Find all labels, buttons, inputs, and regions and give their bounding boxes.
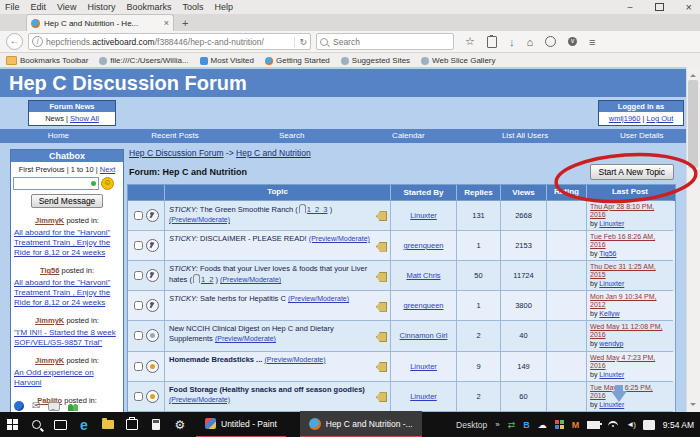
chat-topic-link[interactable]: An Odd experience on Harvoni — [14, 368, 120, 388]
select-topic-checkbox[interactable] — [134, 362, 143, 371]
last-post-user-link[interactable]: Kellyw — [599, 310, 619, 317]
menu-view[interactable]: View — [57, 2, 76, 12]
url-bar[interactable]: hepcfriends.activeboard.com/f388446/hep-… — [28, 33, 311, 50]
pocket-icon[interactable] — [568, 37, 577, 46]
store-button[interactable] — [120, 412, 144, 437]
chatbox-next-link[interactable]: Next — [100, 165, 115, 174]
search-bar[interactable] — [316, 33, 454, 50]
select-topic-checkbox[interactable] — [134, 241, 143, 250]
menu-edit[interactable]: Edit — [31, 2, 47, 12]
scrollbar-thumb[interactable] — [688, 80, 698, 168]
show-all-link[interactable]: Show All — [70, 114, 99, 123]
tray-overflow-icon[interactable]: » — [495, 420, 499, 429]
starter-link[interactable]: Cinnamon Girl — [400, 331, 448, 340]
bookmark-item[interactable]: Suggested Sites — [341, 56, 410, 65]
starter-link[interactable]: Linuxter — [410, 362, 437, 371]
chat-topic-link[interactable]: "I'M IN!! - Started the 8 week SOF/VEL/G… — [14, 328, 120, 348]
site-info-icon[interactable] — [32, 36, 43, 47]
new-tab-button[interactable] — [182, 17, 188, 29]
browser-tab[interactable]: Hep C and Nutrition - He... — [26, 14, 174, 31]
bookmarks-panel-icon[interactable] — [487, 36, 497, 48]
hamburger-menu-icon[interactable] — [589, 36, 595, 48]
last-post-date-link[interactable]: Thu Apr 28 8:10 PM, 2016 — [590, 203, 654, 218]
select-topic-checkbox[interactable] — [134, 271, 143, 280]
start-button[interactable] — [0, 412, 24, 437]
last-post-date-link[interactable]: Mon Jan 9 10:34 PM, 2012 — [590, 293, 657, 308]
last-post-user-link[interactable]: Tig56 — [599, 250, 616, 257]
settings-button[interactable] — [168, 412, 192, 437]
last-post-user-link[interactable]: Linuxter — [599, 280, 624, 287]
select-topic-checkbox[interactable] — [134, 392, 143, 401]
last-post-date-link[interactable]: Thu Dec 31 1:25 AM, 2015 — [590, 263, 656, 278]
file-explorer-button[interactable] — [96, 412, 120, 437]
select-topic-checkbox[interactable] — [134, 331, 143, 340]
taskbar-app-paint[interactable]: Untitled - Paint — [196, 411, 286, 437]
cloud-icon[interactable] — [538, 420, 547, 430]
tab-close-icon[interactable] — [164, 18, 169, 28]
preview-moderate-link[interactable]: (Preview/Moderate) — [220, 276, 281, 283]
last-post-date-link[interactable]: Tue Feb 16 8:26 AM, 2016 — [590, 233, 655, 248]
breadcrumb-root-link[interactable]: Hep C Discussion Forum — [129, 148, 223, 158]
chat-user-link[interactable]: JimmyK — [35, 216, 64, 225]
news-link[interactable]: News — [45, 114, 64, 123]
send-message-button[interactable]: Send Message — [31, 194, 104, 208]
reload-icon[interactable] — [294, 37, 307, 47]
nav-calendar[interactable]: Calendar — [350, 129, 467, 143]
chat-bubble-icon[interactable] — [48, 402, 60, 411]
calculator-button[interactable] — [144, 412, 168, 437]
search-input[interactable] — [331, 36, 450, 48]
menu-help[interactable]: Help — [214, 2, 233, 12]
vertical-scrollbar[interactable] — [686, 67, 700, 413]
chat-topic-link[interactable]: All aboard for the "Harvoni" Treatment T… — [14, 228, 120, 258]
envelope-icon[interactable] — [32, 401, 40, 411]
scroll-down-arrow-icon[interactable] — [611, 391, 627, 410]
chat-topic-link[interactable]: All aboard for the "Harvoni" Treatment T… — [14, 278, 120, 308]
bookmark-item[interactable]: Getting Started — [265, 56, 330, 65]
restore-icon[interactable] — [655, 3, 664, 11]
battery-icon[interactable] — [587, 421, 600, 429]
download-manager-icon[interactable] — [572, 420, 580, 430]
topic-title-link[interactable]: Homemade Breadsticks ... — [169, 355, 262, 364]
menu-file[interactable]: File — [5, 2, 20, 12]
chat-user-link[interactable]: Tig56 — [40, 266, 59, 275]
select-topic-checkbox[interactable] — [134, 211, 143, 220]
preview-moderate-link[interactable]: (Preview/Moderate) — [309, 235, 370, 242]
bookmark-star-icon[interactable] — [465, 35, 475, 48]
clock[interactable]: 9:54 AM — [663, 420, 694, 430]
bookmark-item[interactable]: Most Visited — [200, 56, 254, 65]
topic-title-link[interactable]: Food Storage (Healthy snacks and off sea… — [169, 385, 365, 394]
preview-moderate-link[interactable]: (Preview/Moderate) — [264, 356, 325, 363]
nav-search[interactable]: Search — [233, 129, 350, 143]
back-button[interactable] — [6, 33, 23, 50]
preview-moderate-link[interactable]: (Preview/Moderate) — [169, 396, 230, 403]
minimize-icon[interactable] — [628, 0, 633, 14]
edge-button[interactable] — [72, 412, 96, 437]
page-links[interactable]: 1 2 3 — [307, 205, 328, 214]
last-post-user-link[interactable]: Linuxter — [599, 371, 624, 378]
chat-user-link[interactable]: JimmyK — [35, 316, 64, 325]
taskbar-search-button[interactable] — [24, 412, 48, 437]
app-grid-icon[interactable] — [555, 420, 564, 429]
last-post-date-link[interactable]: Wed May 11 12:08 PM, 2016 — [590, 323, 663, 338]
nav-home[interactable]: Home — [0, 129, 117, 143]
bookmark-folder[interactable]: Bookmarks Toolbar — [6, 56, 88, 65]
close-icon[interactable] — [686, 0, 692, 15]
page-links[interactable]: 1 2 — [201, 275, 213, 284]
topic-title-link[interactable]: Safe herbs for Hepatitis C — [200, 294, 286, 303]
username-link[interactable]: wmlj1960 — [609, 114, 641, 123]
chat-user-link[interactable]: JimmyK — [35, 356, 64, 365]
bookmark-item[interactable]: file:///C:/Users/Willia... — [99, 56, 188, 65]
volume-icon[interactable] — [626, 420, 635, 429]
bookmark-item[interactable]: Web Slice Gallery — [421, 56, 495, 65]
starter-link[interactable]: Matt Chris — [406, 271, 440, 280]
menu-history[interactable]: History — [87, 2, 115, 12]
nav-user-details[interactable]: User Details — [583, 129, 700, 143]
topic-title-link[interactable]: The Green Smoothie Ranch — [200, 205, 293, 214]
task-view-button[interactable] — [48, 412, 72, 437]
topic-title-link[interactable]: DISCLAIMER - PLEASE READ! — [200, 234, 307, 243]
browser-ball-icon[interactable] — [14, 401, 24, 411]
select-topic-checkbox[interactable] — [134, 301, 143, 310]
preview-moderate-link[interactable]: (Preview/Moderate) — [215, 335, 276, 342]
downloads-icon[interactable] — [509, 36, 515, 48]
emoticon-icon[interactable] — [101, 177, 114, 190]
